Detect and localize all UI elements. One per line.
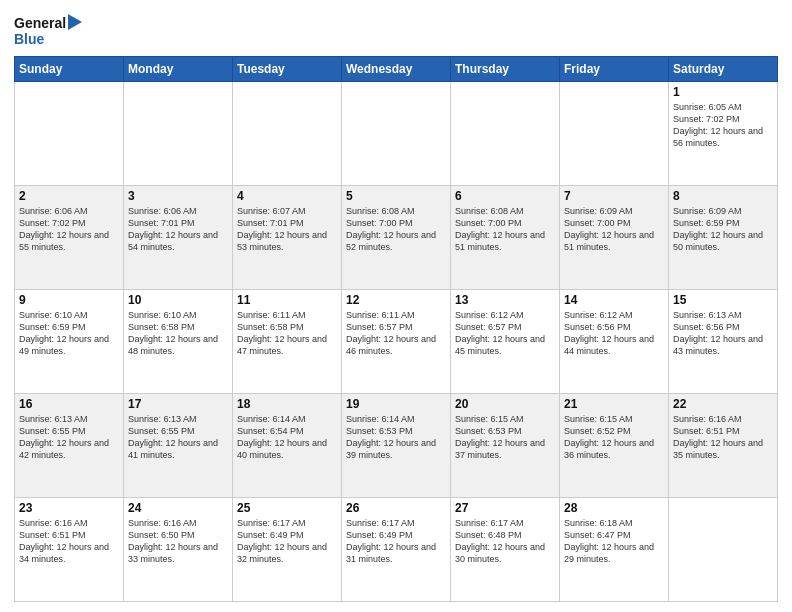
cell-info: Sunrise: 6:09 AM Sunset: 7:00 PM Dayligh… bbox=[564, 205, 664, 254]
calendar-header-row: SundayMondayTuesdayWednesdayThursdayFrid… bbox=[15, 57, 778, 82]
cell-info: Sunrise: 6:13 AM Sunset: 6:56 PM Dayligh… bbox=[673, 309, 773, 358]
svg-text:General: General bbox=[14, 15, 66, 31]
calendar-cell: 15Sunrise: 6:13 AM Sunset: 6:56 PM Dayli… bbox=[669, 290, 778, 394]
day-number: 16 bbox=[19, 397, 119, 411]
cell-info: Sunrise: 6:13 AM Sunset: 6:55 PM Dayligh… bbox=[128, 413, 228, 462]
calendar-cell bbox=[342, 82, 451, 186]
day-number: 8 bbox=[673, 189, 773, 203]
day-number: 24 bbox=[128, 501, 228, 515]
calendar-cell bbox=[669, 498, 778, 602]
calendar-cell: 14Sunrise: 6:12 AM Sunset: 6:56 PM Dayli… bbox=[560, 290, 669, 394]
calendar-week-row: 1Sunrise: 6:05 AM Sunset: 7:02 PM Daylig… bbox=[15, 82, 778, 186]
day-header-wednesday: Wednesday bbox=[342, 57, 451, 82]
calendar-cell: 20Sunrise: 6:15 AM Sunset: 6:53 PM Dayli… bbox=[451, 394, 560, 498]
cell-info: Sunrise: 6:11 AM Sunset: 6:58 PM Dayligh… bbox=[237, 309, 337, 358]
calendar-cell: 11Sunrise: 6:11 AM Sunset: 6:58 PM Dayli… bbox=[233, 290, 342, 394]
day-number: 10 bbox=[128, 293, 228, 307]
calendar-cell: 16Sunrise: 6:13 AM Sunset: 6:55 PM Dayli… bbox=[15, 394, 124, 498]
calendar-cell: 22Sunrise: 6:16 AM Sunset: 6:51 PM Dayli… bbox=[669, 394, 778, 498]
calendar-cell: 24Sunrise: 6:16 AM Sunset: 6:50 PM Dayli… bbox=[124, 498, 233, 602]
day-number: 13 bbox=[455, 293, 555, 307]
svg-text:Blue: Blue bbox=[14, 31, 45, 47]
calendar-cell: 18Sunrise: 6:14 AM Sunset: 6:54 PM Dayli… bbox=[233, 394, 342, 498]
svg-marker-2 bbox=[68, 14, 82, 30]
day-header-thursday: Thursday bbox=[451, 57, 560, 82]
cell-info: Sunrise: 6:17 AM Sunset: 6:49 PM Dayligh… bbox=[346, 517, 446, 566]
day-number: 28 bbox=[564, 501, 664, 515]
calendar-cell: 12Sunrise: 6:11 AM Sunset: 6:57 PM Dayli… bbox=[342, 290, 451, 394]
day-number: 12 bbox=[346, 293, 446, 307]
day-number: 27 bbox=[455, 501, 555, 515]
day-number: 4 bbox=[237, 189, 337, 203]
cell-info: Sunrise: 6:17 AM Sunset: 6:48 PM Dayligh… bbox=[455, 517, 555, 566]
day-number: 18 bbox=[237, 397, 337, 411]
cell-info: Sunrise: 6:06 AM Sunset: 7:01 PM Dayligh… bbox=[128, 205, 228, 254]
day-number: 25 bbox=[237, 501, 337, 515]
cell-info: Sunrise: 6:05 AM Sunset: 7:02 PM Dayligh… bbox=[673, 101, 773, 150]
cell-info: Sunrise: 6:10 AM Sunset: 6:58 PM Dayligh… bbox=[128, 309, 228, 358]
day-header-saturday: Saturday bbox=[669, 57, 778, 82]
calendar-cell: 3Sunrise: 6:06 AM Sunset: 7:01 PM Daylig… bbox=[124, 186, 233, 290]
cell-info: Sunrise: 6:12 AM Sunset: 6:56 PM Dayligh… bbox=[564, 309, 664, 358]
calendar-cell bbox=[451, 82, 560, 186]
cell-info: Sunrise: 6:09 AM Sunset: 6:59 PM Dayligh… bbox=[673, 205, 773, 254]
day-header-tuesday: Tuesday bbox=[233, 57, 342, 82]
day-number: 14 bbox=[564, 293, 664, 307]
cell-info: Sunrise: 6:14 AM Sunset: 6:54 PM Dayligh… bbox=[237, 413, 337, 462]
cell-info: Sunrise: 6:18 AM Sunset: 6:47 PM Dayligh… bbox=[564, 517, 664, 566]
calendar-cell: 28Sunrise: 6:18 AM Sunset: 6:47 PM Dayli… bbox=[560, 498, 669, 602]
calendar-table: SundayMondayTuesdayWednesdayThursdayFrid… bbox=[14, 56, 778, 602]
day-number: 20 bbox=[455, 397, 555, 411]
calendar-cell: 19Sunrise: 6:14 AM Sunset: 6:53 PM Dayli… bbox=[342, 394, 451, 498]
day-number: 23 bbox=[19, 501, 119, 515]
calendar-cell: 26Sunrise: 6:17 AM Sunset: 6:49 PM Dayli… bbox=[342, 498, 451, 602]
day-header-monday: Monday bbox=[124, 57, 233, 82]
day-number: 22 bbox=[673, 397, 773, 411]
day-number: 2 bbox=[19, 189, 119, 203]
cell-info: Sunrise: 6:11 AM Sunset: 6:57 PM Dayligh… bbox=[346, 309, 446, 358]
calendar-cell: 10Sunrise: 6:10 AM Sunset: 6:58 PM Dayli… bbox=[124, 290, 233, 394]
cell-info: Sunrise: 6:15 AM Sunset: 6:52 PM Dayligh… bbox=[564, 413, 664, 462]
cell-info: Sunrise: 6:15 AM Sunset: 6:53 PM Dayligh… bbox=[455, 413, 555, 462]
calendar-cell: 23Sunrise: 6:16 AM Sunset: 6:51 PM Dayli… bbox=[15, 498, 124, 602]
calendar-cell: 25Sunrise: 6:17 AM Sunset: 6:49 PM Dayli… bbox=[233, 498, 342, 602]
calendar-cell: 27Sunrise: 6:17 AM Sunset: 6:48 PM Dayli… bbox=[451, 498, 560, 602]
calendar-cell: 8Sunrise: 6:09 AM Sunset: 6:59 PM Daylig… bbox=[669, 186, 778, 290]
day-number: 7 bbox=[564, 189, 664, 203]
calendar-cell: 5Sunrise: 6:08 AM Sunset: 7:00 PM Daylig… bbox=[342, 186, 451, 290]
logo-svg: GeneralBlue bbox=[14, 10, 84, 50]
calendar-week-row: 16Sunrise: 6:13 AM Sunset: 6:55 PM Dayli… bbox=[15, 394, 778, 498]
day-number: 1 bbox=[673, 85, 773, 99]
cell-info: Sunrise: 6:07 AM Sunset: 7:01 PM Dayligh… bbox=[237, 205, 337, 254]
day-number: 11 bbox=[237, 293, 337, 307]
calendar-cell bbox=[233, 82, 342, 186]
calendar-cell: 1Sunrise: 6:05 AM Sunset: 7:02 PM Daylig… bbox=[669, 82, 778, 186]
calendar-cell: 4Sunrise: 6:07 AM Sunset: 7:01 PM Daylig… bbox=[233, 186, 342, 290]
calendar-week-row: 23Sunrise: 6:16 AM Sunset: 6:51 PM Dayli… bbox=[15, 498, 778, 602]
day-header-friday: Friday bbox=[560, 57, 669, 82]
calendar-cell: 7Sunrise: 6:09 AM Sunset: 7:00 PM Daylig… bbox=[560, 186, 669, 290]
day-number: 5 bbox=[346, 189, 446, 203]
cell-info: Sunrise: 6:16 AM Sunset: 6:51 PM Dayligh… bbox=[673, 413, 773, 462]
logo: GeneralBlue bbox=[14, 10, 84, 50]
cell-info: Sunrise: 6:16 AM Sunset: 6:50 PM Dayligh… bbox=[128, 517, 228, 566]
calendar-cell: 9Sunrise: 6:10 AM Sunset: 6:59 PM Daylig… bbox=[15, 290, 124, 394]
day-number: 6 bbox=[455, 189, 555, 203]
day-number: 21 bbox=[564, 397, 664, 411]
calendar-cell: 6Sunrise: 6:08 AM Sunset: 7:00 PM Daylig… bbox=[451, 186, 560, 290]
day-number: 15 bbox=[673, 293, 773, 307]
day-number: 19 bbox=[346, 397, 446, 411]
cell-info: Sunrise: 6:14 AM Sunset: 6:53 PM Dayligh… bbox=[346, 413, 446, 462]
calendar-cell bbox=[15, 82, 124, 186]
calendar-cell bbox=[124, 82, 233, 186]
calendar-cell: 2Sunrise: 6:06 AM Sunset: 7:02 PM Daylig… bbox=[15, 186, 124, 290]
day-number: 26 bbox=[346, 501, 446, 515]
header: GeneralBlue bbox=[14, 10, 778, 50]
day-number: 3 bbox=[128, 189, 228, 203]
day-header-sunday: Sunday bbox=[15, 57, 124, 82]
cell-info: Sunrise: 6:16 AM Sunset: 6:51 PM Dayligh… bbox=[19, 517, 119, 566]
calendar-week-row: 9Sunrise: 6:10 AM Sunset: 6:59 PM Daylig… bbox=[15, 290, 778, 394]
cell-info: Sunrise: 6:13 AM Sunset: 6:55 PM Dayligh… bbox=[19, 413, 119, 462]
cell-info: Sunrise: 6:06 AM Sunset: 7:02 PM Dayligh… bbox=[19, 205, 119, 254]
calendar-week-row: 2Sunrise: 6:06 AM Sunset: 7:02 PM Daylig… bbox=[15, 186, 778, 290]
